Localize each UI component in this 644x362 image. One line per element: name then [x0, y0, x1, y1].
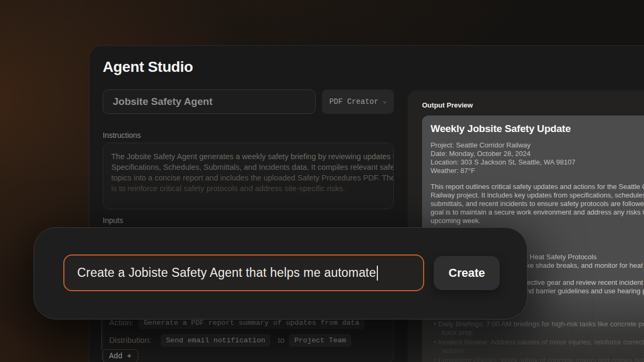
- chevron-down-icon: ⌄: [383, 97, 386, 105]
- create-agent-dialog: Create a Jobiste Safety Agent that helps…: [34, 227, 527, 319]
- add-step-button[interactable]: Add +: [102, 349, 138, 362]
- report-text-line: • Incident Review: Address causes of min…: [434, 338, 644, 346]
- report-text-line: Weekly Jobsite Safety Update: [431, 123, 571, 135]
- instructions-label: Instructions: [103, 131, 141, 139]
- create-button[interactable]: Create: [434, 256, 500, 290]
- agent-type-dropdown[interactable]: PDF Creator ⌄: [322, 89, 394, 114]
- distribution-chip[interactable]: Send email notification: [161, 334, 270, 347]
- distribution-connector-word: to: [278, 335, 285, 344]
- instructions-text-line: The Jobsite Safety Agent generates a wee…: [111, 151, 385, 162]
- output-preview-label: Output Preview: [422, 101, 473, 109]
- report-text-line: upcoming week.: [431, 217, 481, 225]
- text-cursor: [377, 266, 378, 281]
- page-title: Agent Studio: [103, 59, 193, 76]
- report-text-line: Location: 303 S Jackson St, Seattle, WA …: [431, 158, 575, 166]
- report-text-line: • Equipment Checks: Verify safety of con…: [434, 356, 644, 362]
- report-text-line: Date: Monday, October 28, 2024: [431, 150, 531, 158]
- report-text-line: Project: Seattle Corridor Railway: [431, 141, 531, 149]
- distribution-target-chip[interactable]: Project Team: [289, 334, 351, 347]
- instructions-text-line: topics into a concise report and include…: [111, 172, 385, 183]
- report-text-line: Weather: 87°F: [431, 167, 475, 175]
- agent-type-value: PDF Creator: [329, 97, 378, 106]
- report-text-line: • Daily Briefings: 7:00 AM briefings for…: [434, 320, 644, 328]
- agent-studio-screen: Agent Studio PDF Creator ⌄ Instructions …: [0, 0, 644, 362]
- report-text-line: actions.: [442, 347, 466, 355]
- plus-icon: +: [127, 352, 131, 361]
- distribution-label: Distribution:: [109, 335, 151, 344]
- add-step-label: Add: [109, 352, 122, 360]
- agent-name-input[interactable]: [103, 89, 316, 114]
- prompt-input[interactable]: Create a Jobiste Safety Agent that helps…: [63, 254, 424, 291]
- report-text-line: submittals, and recent incidents to ensu…: [431, 200, 644, 208]
- instructions-textarea[interactable]: The Jobsite Safety Agent generates a wee…: [103, 143, 394, 209]
- prompt-input-value: Create a Jobiste Safety Agent that helps…: [77, 266, 376, 280]
- report-text-line: This report outlines critical safety upd…: [431, 183, 644, 191]
- inputs-label: Inputs: [103, 216, 123, 225]
- report-text-line: track prep.: [442, 328, 474, 336]
- report-text-line: Railway project. It includes key updates…: [431, 191, 644, 199]
- instructions-text-line: Specifications, Schedules, Submittals, a…: [111, 162, 385, 172]
- instructions-text-line: is to reinforce critical safety protocol…: [111, 183, 385, 194]
- report-text-line: goal is to maintain a secure work enviro…: [431, 208, 644, 216]
